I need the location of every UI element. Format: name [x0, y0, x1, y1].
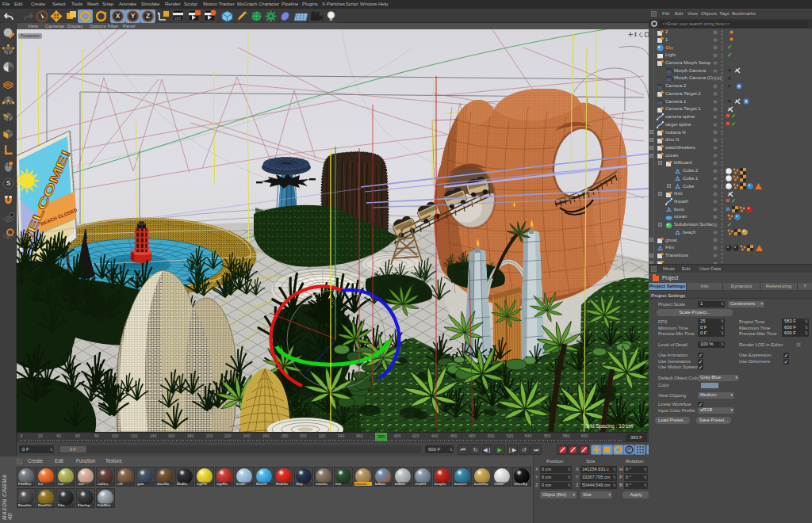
- svg-text:X: X: [116, 12, 121, 20]
- svg-text:P: P: [627, 447, 631, 452]
- svg-text:Z: Z: [146, 12, 150, 20]
- svg-text:Grid Spacing : 10 cm: Grid Spacing : 10 cm: [584, 423, 633, 429]
- svg-text:S: S: [6, 179, 11, 187]
- svg-text:180: 180: [174, 15, 182, 20]
- svg-text:Y: Y: [131, 12, 136, 20]
